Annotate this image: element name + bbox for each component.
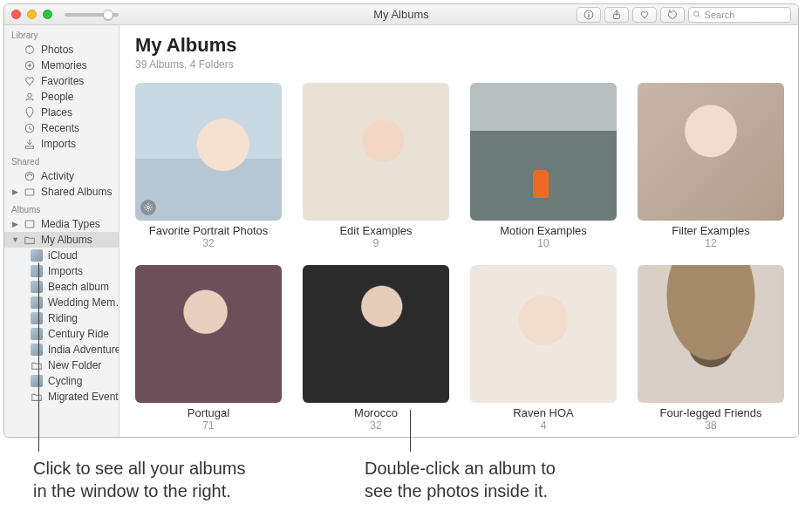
close-window-button[interactable] bbox=[11, 10, 21, 19]
callout-text-right: Double-click an album to see the photos … bbox=[365, 457, 556, 502]
sidebar-item-label: New Folder bbox=[48, 359, 101, 371]
svg-rect-2 bbox=[588, 14, 589, 17]
sidebar-section-library: Library bbox=[4, 25, 119, 42]
sidebar-item-imports[interactable]: Imports bbox=[4, 136, 119, 152]
minimize-window-button[interactable] bbox=[27, 10, 37, 19]
folder-icon bbox=[24, 234, 36, 246]
album-title: Filter Examples bbox=[672, 224, 750, 237]
sidebar-item-label: Migrated Events bbox=[48, 391, 119, 403]
sidebar-item-label: India Adventure bbox=[48, 344, 119, 356]
album-grid: Favorite Portrait Photos 32 Edit Example… bbox=[135, 83, 782, 432]
album-motion-examples[interactable]: Motion Examples 10 bbox=[470, 83, 617, 249]
svg-point-7 bbox=[29, 45, 31, 48]
activity-icon bbox=[24, 170, 36, 182]
album-raven-hoa[interactable]: Raven HOA 4 bbox=[470, 265, 617, 432]
chevron-down-icon[interactable]: ▼ bbox=[11, 235, 18, 244]
app-window: My Albums Library bbox=[3, 3, 799, 438]
sidebar-item-memories[interactable]: Memories bbox=[4, 58, 119, 73]
sidebar-item-india-adventure[interactable]: India Adventure bbox=[4, 342, 119, 357]
sidebar-item-places[interactable]: Places bbox=[4, 105, 119, 120]
album-thumb-icon bbox=[31, 281, 43, 293]
sidebar[interactable]: Library Photos Memories Favorites People bbox=[4, 25, 119, 437]
album-thumb-icon bbox=[31, 296, 43, 309]
album-thumbnail[interactable] bbox=[470, 265, 617, 403]
zoom-window-button[interactable] bbox=[43, 10, 52, 19]
sidebar-item-favorites[interactable]: Favorites bbox=[4, 73, 119, 89]
info-button[interactable] bbox=[577, 7, 601, 23]
sidebar-item-media-types[interactable]: ▶ Media Types bbox=[4, 216, 119, 232]
page-subtitle: 39 Albums, 4 Folders bbox=[135, 58, 782, 71]
sidebar-item-shared-albums[interactable]: ▶ Shared Albums bbox=[4, 184, 119, 200]
sidebar-item-label: Imports bbox=[48, 265, 83, 277]
album-thumb-icon bbox=[31, 249, 43, 262]
sidebar-item-label: Activity bbox=[41, 170, 74, 182]
sidebar-item-cycling[interactable]: Cycling bbox=[4, 373, 119, 389]
sidebar-item-people[interactable]: People bbox=[4, 89, 119, 105]
sidebar-item-beach-album[interactable]: Beach album bbox=[4, 279, 119, 295]
album-filter-examples[interactable]: Filter Examples 12 bbox=[638, 83, 784, 249]
sidebar-item-new-folder[interactable]: New Folder bbox=[4, 357, 119, 373]
sidebar-item-imports-album[interactable]: Imports bbox=[4, 263, 119, 279]
thumbnail-zoom-slider[interactable] bbox=[65, 13, 119, 17]
sidebar-item-label: Beach album bbox=[48, 281, 109, 293]
photos-icon bbox=[24, 44, 36, 56]
sidebar-item-label: Imports bbox=[41, 138, 76, 150]
svg-point-13 bbox=[25, 172, 34, 180]
album-title: Favorite Portrait Photos bbox=[149, 224, 269, 237]
smart-album-badge bbox=[140, 200, 156, 215]
rotate-icon bbox=[667, 10, 678, 20]
rotate-button[interactable] bbox=[660, 7, 685, 23]
sidebar-item-recents[interactable]: Recents bbox=[4, 120, 119, 136]
favorite-button[interactable] bbox=[632, 7, 657, 23]
search-field[interactable] bbox=[688, 7, 791, 23]
album-thumbnail[interactable] bbox=[135, 265, 282, 403]
sidebar-section-albums: Albums bbox=[4, 200, 119, 216]
sidebar-item-century-ride[interactable]: Century Ride bbox=[4, 326, 119, 342]
chevron-right-icon[interactable]: ▶ bbox=[11, 187, 18, 196]
content-area[interactable]: My Albums 39 Albums, 4 Folders Favorite … bbox=[119, 25, 798, 437]
share-button[interactable] bbox=[604, 7, 629, 23]
album-thumbnail[interactable] bbox=[303, 265, 449, 403]
media-icon bbox=[24, 218, 36, 230]
sidebar-item-label: Photos bbox=[41, 44, 73, 56]
sidebar-item-photos[interactable]: Photos bbox=[4, 42, 119, 58]
sidebar-item-wedding-mem[interactable]: Wedding Mem… bbox=[4, 295, 119, 310]
album-count: 32 bbox=[202, 237, 214, 249]
album-four-legged-friends[interactable]: Four-legged Friends 38 bbox=[638, 265, 784, 432]
album-thumbnail[interactable] bbox=[303, 83, 449, 221]
album-title: Four-legged Friends bbox=[659, 406, 761, 419]
album-edit-examples[interactable]: Edit Examples 9 bbox=[303, 83, 449, 249]
info-icon bbox=[583, 10, 594, 20]
album-thumb-icon bbox=[31, 312, 43, 324]
slider-knob[interactable] bbox=[103, 10, 113, 20]
clock-icon bbox=[24, 122, 36, 134]
album-count: 32 bbox=[370, 419, 381, 432]
folder-icon bbox=[31, 359, 43, 371]
album-title: Motion Examples bbox=[500, 224, 587, 237]
svg-point-1 bbox=[588, 12, 590, 14]
sidebar-item-riding[interactable]: Riding bbox=[4, 310, 119, 326]
album-favorite-portrait-photos[interactable]: Favorite Portrait Photos 32 bbox=[135, 83, 282, 249]
toolbar-right bbox=[577, 7, 791, 23]
album-portugal[interactable]: Portugal 71 bbox=[135, 265, 282, 432]
svg-rect-12 bbox=[26, 146, 34, 149]
sidebar-item-my-albums[interactable]: ▼ My Albums bbox=[4, 232, 119, 248]
album-thumbnail[interactable] bbox=[638, 265, 784, 403]
album-count: 12 bbox=[705, 237, 716, 249]
album-thumbnail[interactable] bbox=[470, 83, 617, 221]
chevron-right-icon[interactable]: ▶ bbox=[11, 220, 18, 228]
album-thumb-icon bbox=[31, 328, 43, 340]
sidebar-item-activity[interactable]: Activity bbox=[4, 168, 119, 184]
sidebar-item-label: Century Ride bbox=[48, 328, 109, 340]
svg-point-16 bbox=[147, 207, 150, 209]
svg-point-9 bbox=[28, 64, 31, 67]
sidebar-item-migrated-events[interactable]: Migrated Events bbox=[4, 389, 119, 405]
album-thumbnail[interactable] bbox=[135, 83, 282, 221]
folder-icon bbox=[31, 391, 43, 403]
search-input[interactable] bbox=[705, 10, 787, 20]
album-thumbnail[interactable] bbox=[638, 83, 784, 221]
window-controls bbox=[11, 10, 52, 19]
sidebar-item-icloud[interactable]: iCloud bbox=[4, 248, 119, 263]
callout-text-left: Click to see all your albums in the wind… bbox=[33, 457, 245, 502]
album-morocco[interactable]: Morocco 32 bbox=[303, 265, 449, 432]
